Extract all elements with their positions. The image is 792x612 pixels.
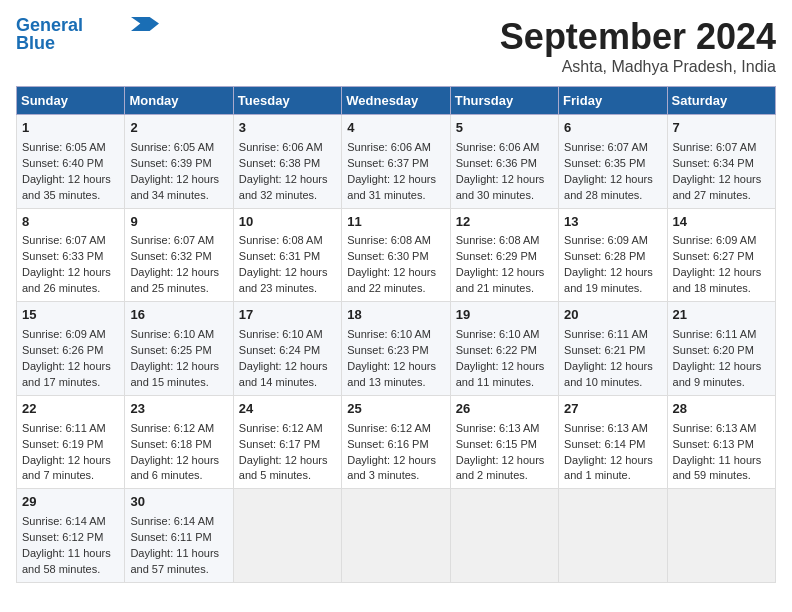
- calendar-week-row: 29Sunrise: 6:14 AMSunset: 6:12 PMDayligh…: [17, 489, 776, 583]
- day-info-line: Daylight: 12 hours: [239, 453, 336, 469]
- day-number: 1: [22, 119, 119, 138]
- day-info-line: and 57 minutes.: [130, 562, 227, 578]
- day-number: 17: [239, 306, 336, 325]
- title-area: September 2024 Ashta, Madhya Pradesh, In…: [500, 16, 776, 76]
- day-info-line: and 7 minutes.: [22, 468, 119, 484]
- day-info-line: Sunrise: 6:06 AM: [347, 140, 444, 156]
- calendar-cell: [667, 489, 775, 583]
- day-info-line: Daylight: 12 hours: [456, 359, 553, 375]
- day-info-line: Sunset: 6:36 PM: [456, 156, 553, 172]
- calendar-week-row: 1Sunrise: 6:05 AMSunset: 6:40 PMDaylight…: [17, 115, 776, 209]
- day-info-line: and 32 minutes.: [239, 188, 336, 204]
- location-title: Ashta, Madhya Pradesh, India: [500, 58, 776, 76]
- header: General Blue September 2024 Ashta, Madhy…: [16, 16, 776, 76]
- day-number: 12: [456, 213, 553, 232]
- calendar-cell: 4Sunrise: 6:06 AMSunset: 6:37 PMDaylight…: [342, 115, 450, 209]
- day-info-line: Sunset: 6:15 PM: [456, 437, 553, 453]
- weekday-header-row: SundayMondayTuesdayWednesdayThursdayFrid…: [17, 87, 776, 115]
- day-info-line: Sunset: 6:12 PM: [22, 530, 119, 546]
- day-info-line: Sunrise: 6:09 AM: [564, 233, 661, 249]
- calendar-cell: 30Sunrise: 6:14 AMSunset: 6:11 PMDayligh…: [125, 489, 233, 583]
- calendar-cell: 20Sunrise: 6:11 AMSunset: 6:21 PMDayligh…: [559, 302, 667, 396]
- calendar-cell: 11Sunrise: 6:08 AMSunset: 6:30 PMDayligh…: [342, 208, 450, 302]
- day-info-line: Sunrise: 6:07 AM: [22, 233, 119, 249]
- day-info-line: Sunrise: 6:09 AM: [22, 327, 119, 343]
- day-info-line: Sunset: 6:24 PM: [239, 343, 336, 359]
- day-info-line: Daylight: 12 hours: [347, 453, 444, 469]
- weekday-header-sunday: Sunday: [17, 87, 125, 115]
- calendar-cell: 2Sunrise: 6:05 AMSunset: 6:39 PMDaylight…: [125, 115, 233, 209]
- day-info-line: Sunset: 6:26 PM: [22, 343, 119, 359]
- day-info-line: Sunset: 6:22 PM: [456, 343, 553, 359]
- day-number: 26: [456, 400, 553, 419]
- day-info-line: Sunset: 6:33 PM: [22, 249, 119, 265]
- day-info-line: Sunrise: 6:14 AM: [130, 514, 227, 530]
- weekday-header-tuesday: Tuesday: [233, 87, 341, 115]
- day-info-line: Daylight: 12 hours: [347, 265, 444, 281]
- day-info-line: Sunrise: 6:12 AM: [347, 421, 444, 437]
- day-number: 14: [673, 213, 770, 232]
- day-info-line: Sunset: 6:40 PM: [22, 156, 119, 172]
- day-info-line: Sunset: 6:21 PM: [564, 343, 661, 359]
- day-info-line: Daylight: 12 hours: [564, 265, 661, 281]
- day-info-line: and 26 minutes.: [22, 281, 119, 297]
- day-info-line: and 2 minutes.: [456, 468, 553, 484]
- day-number: 10: [239, 213, 336, 232]
- calendar-cell: 10Sunrise: 6:08 AMSunset: 6:31 PMDayligh…: [233, 208, 341, 302]
- calendar-cell: 1Sunrise: 6:05 AMSunset: 6:40 PMDaylight…: [17, 115, 125, 209]
- calendar-cell: 29Sunrise: 6:14 AMSunset: 6:12 PMDayligh…: [17, 489, 125, 583]
- day-info-line: Daylight: 12 hours: [130, 172, 227, 188]
- day-number: 23: [130, 400, 227, 419]
- day-info-line: Sunrise: 6:11 AM: [22, 421, 119, 437]
- day-info-line: Daylight: 12 hours: [456, 453, 553, 469]
- day-info-line: Sunrise: 6:10 AM: [239, 327, 336, 343]
- day-info-line: Sunset: 6:34 PM: [673, 156, 770, 172]
- day-number: 7: [673, 119, 770, 138]
- day-number: 15: [22, 306, 119, 325]
- day-info-line: Sunset: 6:19 PM: [22, 437, 119, 453]
- day-info-line: Daylight: 12 hours: [456, 265, 553, 281]
- day-info-line: Daylight: 12 hours: [130, 359, 227, 375]
- day-info-line: Sunrise: 6:09 AM: [673, 233, 770, 249]
- day-info-line: Sunrise: 6:08 AM: [239, 233, 336, 249]
- day-number: 9: [130, 213, 227, 232]
- day-info-line: and 22 minutes.: [347, 281, 444, 297]
- day-info-line: and 6 minutes.: [130, 468, 227, 484]
- day-info-line: Sunrise: 6:12 AM: [239, 421, 336, 437]
- calendar-cell: 14Sunrise: 6:09 AMSunset: 6:27 PMDayligh…: [667, 208, 775, 302]
- day-info-line: and 30 minutes.: [456, 188, 553, 204]
- day-info-line: Daylight: 12 hours: [564, 453, 661, 469]
- calendar-cell: 21Sunrise: 6:11 AMSunset: 6:20 PMDayligh…: [667, 302, 775, 396]
- day-info-line: Sunrise: 6:13 AM: [673, 421, 770, 437]
- logo-arrow-icon: [131, 17, 159, 31]
- day-info-line: and 11 minutes.: [456, 375, 553, 391]
- day-number: 21: [673, 306, 770, 325]
- day-number: 5: [456, 119, 553, 138]
- day-info-line: Sunrise: 6:06 AM: [239, 140, 336, 156]
- day-info-line: Sunrise: 6:11 AM: [673, 327, 770, 343]
- day-info-line: Sunset: 6:28 PM: [564, 249, 661, 265]
- calendar-week-row: 15Sunrise: 6:09 AMSunset: 6:26 PMDayligh…: [17, 302, 776, 396]
- day-info-line: and 59 minutes.: [673, 468, 770, 484]
- calendar-week-row: 8Sunrise: 6:07 AMSunset: 6:33 PMDaylight…: [17, 208, 776, 302]
- day-info-line: Daylight: 12 hours: [22, 359, 119, 375]
- day-info-line: Daylight: 12 hours: [673, 265, 770, 281]
- day-info-line: and 28 minutes.: [564, 188, 661, 204]
- calendar-cell: [559, 489, 667, 583]
- day-info-line: Sunset: 6:27 PM: [673, 249, 770, 265]
- calendar-cell: 13Sunrise: 6:09 AMSunset: 6:28 PMDayligh…: [559, 208, 667, 302]
- day-info-line: Daylight: 11 hours: [673, 453, 770, 469]
- day-number: 13: [564, 213, 661, 232]
- day-info-line: Daylight: 12 hours: [22, 453, 119, 469]
- day-info-line: Daylight: 12 hours: [239, 172, 336, 188]
- day-info-line: Daylight: 12 hours: [673, 359, 770, 375]
- day-info-line: and 21 minutes.: [456, 281, 553, 297]
- calendar-cell: 23Sunrise: 6:12 AMSunset: 6:18 PMDayligh…: [125, 395, 233, 489]
- day-info-line: Daylight: 11 hours: [22, 546, 119, 562]
- svg-marker-0: [131, 17, 159, 31]
- day-info-line: Sunset: 6:39 PM: [130, 156, 227, 172]
- day-info-line: and 19 minutes.: [564, 281, 661, 297]
- day-info-line: and 1 minute.: [564, 468, 661, 484]
- day-info-line: Sunset: 6:32 PM: [130, 249, 227, 265]
- day-number: 2: [130, 119, 227, 138]
